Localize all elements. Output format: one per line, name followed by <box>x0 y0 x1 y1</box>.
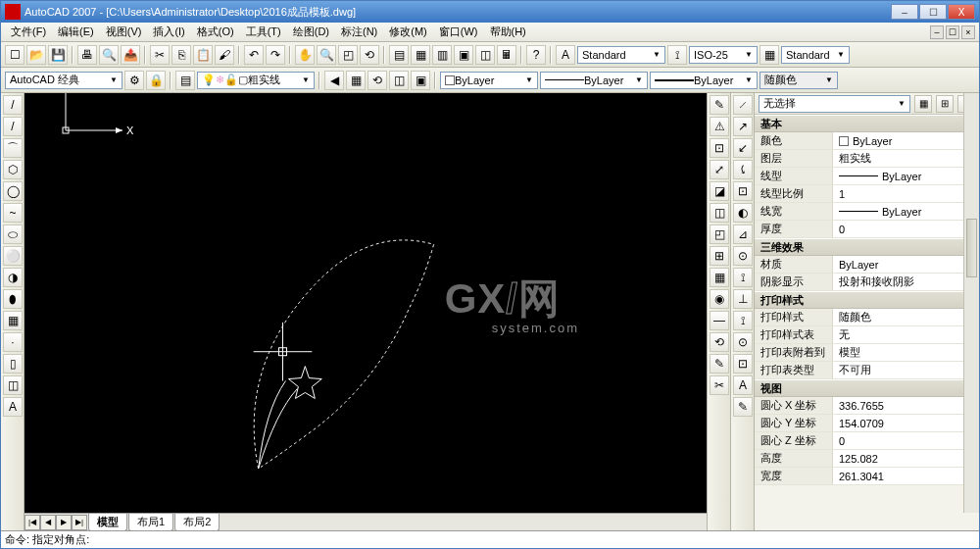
markup-icon[interactable]: ◫ <box>475 45 495 65</box>
prop-row[interactable]: 颜色ByLayer <box>755 132 979 150</box>
prop-value[interactable]: 模型 <box>833 344 979 361</box>
workspace-combo[interactable]: AutoCAD 经典 ▼ <box>5 72 122 89</box>
prop-row[interactable]: 打印表附着到模型 <box>755 344 979 362</box>
text-icon[interactable]: A <box>3 397 23 417</box>
prop-row[interactable]: 材质ByLayer <box>755 256 979 274</box>
prop-row[interactable]: 线宽ByLayer <box>755 203 979 221</box>
color-combo[interactable]: ByLayer ▼ <box>440 72 538 89</box>
redo-icon[interactable]: ↷ <box>266 45 285 65</box>
textstyle-combo[interactable]: Standard ▼ <box>577 46 665 64</box>
close-button[interactable]: X <box>948 4 975 20</box>
block-icon[interactable]: ▯ <box>3 354 23 374</box>
prop-group-threeD[interactable]: 三维效果⮟ <box>755 238 979 256</box>
tab-nav-prev[interactable]: ◀ <box>40 515 56 530</box>
prop-row[interactable]: 打印样式随颜色 <box>755 309 979 326</box>
dimstyle2-icon[interactable]: ✎ <box>733 397 753 417</box>
prop-value[interactable]: ByLayer <box>833 168 979 184</box>
tablestyle-combo[interactable]: Standard ▼ <box>781 46 850 64</box>
revcloud-icon[interactable]: ⚪ <box>3 246 23 266</box>
props-scrollbar[interactable] <box>963 93 979 513</box>
prop-row[interactable]: 线型比例1 <box>755 185 979 203</box>
maximize-button[interactable]: ☐ <box>919 4 947 20</box>
toolpalettes-icon[interactable]: ▥ <box>432 45 452 65</box>
dimlinear-icon[interactable]: ⟋ <box>733 95 753 115</box>
menu-view[interactable]: 视图(V) <box>100 25 148 39</box>
dimstyle-combo[interactable]: ISO-25 ▼ <box>689 46 758 64</box>
tab-nav-first[interactable]: |◀ <box>24 515 40 530</box>
tab-model[interactable]: 模型 <box>88 514 127 531</box>
dimstyle-icon[interactable]: ⟟ <box>667 45 687 65</box>
prop-row[interactable]: 厚度0 <box>755 221 979 238</box>
prop-value[interactable]: 不可用 <box>833 362 979 378</box>
prop-row[interactable]: 图层粗实线 <box>755 150 979 168</box>
tab-nav-last[interactable]: ▶| <box>72 515 87 530</box>
layer-combo[interactable]: 💡❄🔓▢ 粗实线 ▼ <box>197 72 315 89</box>
new-icon[interactable]: ☐ <box>5 45 24 65</box>
circle-icon[interactable]: ⬭ <box>3 225 23 244</box>
drawing-canvas[interactable]: GX/网 system.com X Y <box>24 93 707 513</box>
layermatch-icon[interactable]: ⟲ <box>368 71 387 90</box>
designcenter-icon[interactable]: ▦ <box>411 45 430 65</box>
layeriso-icon[interactable]: ◫ <box>389 71 409 90</box>
prop-row[interactable]: 线型ByLayer <box>755 168 979 185</box>
menu-modify[interactable]: 修改(M) <box>383 25 433 39</box>
quickselect-icon[interactable]: ▦ <box>914 95 932 113</box>
paste-icon[interactable]: 📋 <box>193 45 213 65</box>
dimarc-icon[interactable]: ↙ <box>733 138 753 158</box>
prop-group-basic[interactable]: 基本⮟ <box>755 115 979 132</box>
dimjogged-icon[interactable]: ◐ <box>733 203 753 223</box>
dimordinate-icon[interactable]: ⤹ <box>733 160 753 179</box>
prop-value[interactable]: 无 <box>833 326 979 343</box>
point-icon[interactable]: · <box>3 332 23 352</box>
dimbaseline-icon[interactable]: ⊥ <box>733 289 753 309</box>
dimdiameter-icon[interactable]: ⊿ <box>733 225 753 244</box>
prop-value[interactable]: 投射和接收阴影 <box>833 274 979 290</box>
prop-row[interactable]: 打印表类型不可用 <box>755 362 979 379</box>
mdi-minimize-button[interactable]: – <box>930 25 944 39</box>
workspace-settings-icon[interactable]: ⚙ <box>124 71 144 90</box>
prop-row[interactable]: 打印样式表无 <box>755 326 979 344</box>
properties-icon[interactable]: ▤ <box>389 45 409 65</box>
arc-icon[interactable]: ~ <box>3 203 23 223</box>
menu-format[interactable]: 格式(O) <box>191 25 240 39</box>
dimradius-icon[interactable]: ⊡ <box>733 181 753 201</box>
prop-value[interactable]: 1 <box>833 185 979 202</box>
sheetset-icon[interactable]: ▣ <box>454 45 473 65</box>
menu-dimension[interactable]: 标注(N) <box>335 25 383 39</box>
dimedit-icon[interactable]: ⊡ <box>733 354 753 374</box>
prop-group-view[interactable]: 视图⮟ <box>755 379 979 397</box>
pickadd-icon[interactable]: ⊞ <box>936 95 954 113</box>
prop-group-plot[interactable]: 打印样式⮟ <box>755 291 979 309</box>
copy-icon[interactable]: ⎘ <box>172 45 191 65</box>
menu-file[interactable]: 文件(F) <box>5 25 52 39</box>
workspace-lock-icon[interactable]: 🔒 <box>146 71 166 90</box>
textstyle-icon[interactable]: A <box>556 45 575 65</box>
menu-window[interactable]: 窗口(W) <box>433 25 484 39</box>
dimangular-icon[interactable]: ⊙ <box>733 246 753 266</box>
mdi-close-button[interactable]: × <box>961 25 975 39</box>
dimtedit-icon[interactable]: A <box>733 375 753 395</box>
linetype-combo[interactable]: ByLayer ▼ <box>540 72 648 89</box>
layerstate-icon[interactable]: ▦ <box>346 71 366 90</box>
polyline-icon[interactable]: ⌒ <box>3 138 23 158</box>
menu-insert[interactable]: 插入(I) <box>147 25 190 39</box>
prop-value[interactable]: 0 <box>833 221 979 237</box>
prop-value[interactable]: 粗实线 <box>833 150 979 167</box>
prop-value[interactable]: ByLayer <box>833 132 979 149</box>
calc-icon[interactable]: 🖩 <box>497 45 516 65</box>
zoomwin-icon[interactable]: ◰ <box>338 45 358 65</box>
tab-layout2[interactable]: 布局2 <box>174 514 220 531</box>
prop-value[interactable]: 336.7655 <box>833 397 979 414</box>
tablestyle-icon[interactable]: ▦ <box>760 45 779 65</box>
prop-row[interactable]: 阴影显示投射和接收阴影 <box>755 274 979 291</box>
save-icon[interactable]: 💾 <box>48 45 68 65</box>
prop-value[interactable]: 125.082 <box>833 450 979 467</box>
menu-draw[interactable]: 绘图(D) <box>287 25 335 39</box>
xline-icon[interactable]: / <box>3 117 23 136</box>
dimcenter-icon[interactable]: ⊙ <box>733 332 753 352</box>
menu-edit[interactable]: 编辑(E) <box>52 25 100 39</box>
lineweight-combo[interactable]: ByLayer ▼ <box>650 72 758 89</box>
prop-value[interactable]: ByLayer <box>833 203 979 220</box>
selection-combo[interactable]: 无选择 ▼ <box>759 95 910 113</box>
prop-value[interactable]: 0 <box>833 432 979 449</box>
